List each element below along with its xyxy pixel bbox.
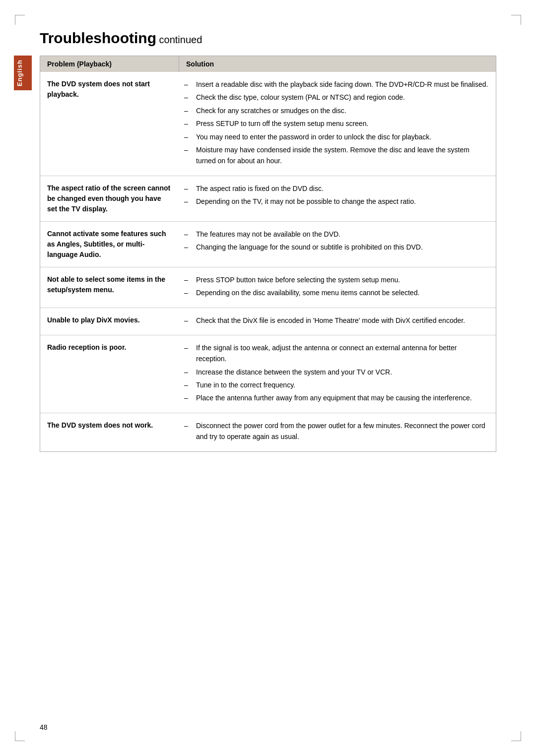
solution-text: Tune in to the correct frequency. — [196, 379, 489, 390]
solution-item: –Press STOP button twice before selectin… — [184, 274, 489, 285]
solution-text: You may need to enter the password in or… — [196, 131, 489, 142]
solution-text: Check the disc type, colour system (PAL … — [196, 92, 489, 103]
corner-mark-bottom-right — [511, 731, 521, 741]
solution-item: –Depending on the disc availability, som… — [184, 287, 489, 298]
problem-cell-1: The aspect ratio of the screen cannot be… — [40, 183, 179, 214]
table-row: The DVD system does not start playback.–… — [40, 72, 496, 176]
solution-dash: – — [184, 79, 194, 90]
corner-mark-bottom-left — [15, 731, 25, 741]
solution-item: –Moisture may have condensed inside the … — [184, 144, 489, 167]
solution-item: –You may need to enter the password in o… — [184, 131, 489, 142]
table-body: The DVD system does not start playback.–… — [40, 72, 496, 451]
solution-dash: – — [184, 342, 194, 365]
solution-text: If the signal is too weak, adjust the an… — [196, 342, 489, 365]
solution-item: –Depending on the TV, it may not be poss… — [184, 196, 489, 207]
solution-item: –Place the antenna further away from any… — [184, 392, 489, 403]
solution-dash: – — [184, 131, 194, 142]
page-number: 48 — [40, 723, 48, 731]
table-row: The DVD system does not work.–Disconnect… — [40, 413, 496, 451]
solution-dash: – — [184, 367, 194, 378]
solution-dash: – — [184, 315, 194, 326]
problem-cell-0: The DVD system does not start playback. — [40, 79, 179, 169]
corner-mark-top-left — [15, 15, 25, 25]
solution-item: –Check that the DivX file is encoded in … — [184, 315, 489, 326]
solution-dash: – — [184, 144, 194, 167]
solution-dash: – — [184, 379, 194, 390]
problem-cell-5: Radio reception is poor. — [40, 342, 179, 406]
solution-item: –Increase the distance between the syste… — [184, 367, 489, 378]
solution-item: –If the signal is too weak, adjust the a… — [184, 342, 489, 365]
problem-cell-3: Not able to select some items in the set… — [40, 274, 179, 301]
header-problem: Problem (Playback) — [40, 56, 179, 72]
solution-dash: – — [184, 420, 194, 442]
solution-dash: – — [184, 287, 194, 298]
solution-cell-1: –The aspect ratio is fixed on the DVD di… — [179, 183, 496, 214]
sidebar-language-label: English — [14, 56, 32, 90]
solution-dash: – — [184, 392, 194, 403]
solution-text: The features may not be available on the… — [196, 229, 489, 240]
solution-item: –The aspect ratio is fixed on the DVD di… — [184, 183, 489, 194]
table-row: Unable to play DivX movies.–Check that t… — [40, 308, 496, 335]
solution-item: –Disconnect the power cord from the powe… — [184, 420, 489, 442]
solution-dash: – — [184, 118, 194, 129]
solution-text: Moisture may have condensed inside the s… — [196, 144, 489, 167]
table-row: Not able to select some items in the set… — [40, 267, 496, 308]
solution-text: Changing the language for the sound or s… — [196, 242, 489, 252]
page-container: Troubleshooting continued English Proble… — [0, 0, 536, 756]
solution-text: Depending on the disc availability, some… — [196, 287, 489, 298]
solution-item: –Tune in to the correct frequency. — [184, 379, 489, 390]
table-row: The aspect ratio of the screen cannot be… — [40, 176, 496, 221]
problem-cell-4: Unable to play DivX movies. — [40, 315, 179, 328]
solution-item: –Insert a readable disc with the playbac… — [184, 79, 489, 90]
solution-item: –The features may not be available on th… — [184, 229, 489, 240]
solution-text: Check for any scratches or smudges on th… — [196, 105, 489, 116]
table-row: Cannot activate some features such as An… — [40, 221, 496, 267]
troubleshooting-table: Problem (Playback) Solution The DVD syst… — [40, 56, 496, 452]
table-row: Radio reception is poor.–If the signal i… — [40, 335, 496, 413]
solution-dash: – — [184, 229, 194, 240]
solution-text: Insert a readable disc with the playback… — [196, 79, 489, 90]
solution-text: Check that the DivX file is encoded in '… — [196, 315, 489, 326]
solution-text: Press SETUP to turn off the system setup… — [196, 118, 489, 129]
table-header-row: Problem (Playback) Solution — [40, 56, 496, 72]
solution-cell-5: –If the signal is too weak, adjust the a… — [179, 342, 496, 406]
solution-dash: – — [184, 183, 194, 194]
problem-cell-6: The DVD system does not work. — [40, 420, 179, 444]
header-solution: Solution — [179, 56, 496, 72]
solution-text: Depending on the TV, it may not be possi… — [196, 196, 489, 207]
solution-item: –Check the disc type, colour system (PAL… — [184, 92, 489, 103]
solution-cell-0: –Insert a readable disc with the playbac… — [179, 79, 496, 169]
solution-item: –Check for any scratches or smudges on t… — [184, 105, 489, 116]
solution-cell-6: –Disconnect the power cord from the powe… — [179, 420, 496, 444]
solution-cell-4: –Check that the DivX file is encoded in … — [179, 315, 496, 328]
solution-item: –Press SETUP to turn off the system setu… — [184, 118, 489, 129]
solution-dash: – — [184, 274, 194, 285]
solution-text: Place the antenna further away from any … — [196, 392, 489, 403]
solution-dash: – — [184, 196, 194, 207]
solution-item: –Changing the language for the sound or … — [184, 242, 489, 252]
solution-text: Disconnect the power cord from the power… — [196, 420, 489, 442]
solution-text: Increase the distance between the system… — [196, 367, 489, 378]
solution-text: The aspect ratio is fixed on the DVD dis… — [196, 183, 489, 194]
solution-dash: – — [184, 92, 194, 103]
solution-text: Press STOP button twice before selecting… — [196, 274, 489, 285]
corner-mark-top-right — [511, 15, 521, 25]
solution-cell-3: –Press STOP button twice before selectin… — [179, 274, 496, 301]
solution-dash: – — [184, 105, 194, 116]
solution-dash: – — [184, 242, 194, 252]
problem-cell-2: Cannot activate some features such as An… — [40, 229, 179, 260]
solution-cell-2: –The features may not be available on th… — [179, 229, 496, 260]
page-title: Troubleshooting continued — [40, 30, 496, 47]
